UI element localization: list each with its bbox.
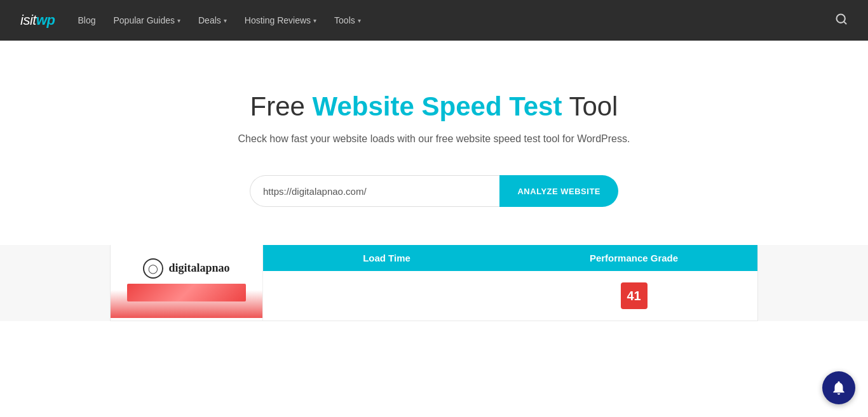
results-section: ◯ digitalapnao Load Time Performance Gra… bbox=[0, 245, 868, 321]
site-logo-circle: ◯ bbox=[143, 258, 163, 279]
nav-popular-guides[interactable]: Popular Guides ▾ bbox=[113, 15, 180, 25]
popular-guides-chevron-icon: ▾ bbox=[177, 17, 180, 24]
navbar-right bbox=[835, 13, 848, 29]
site-logo-text: digitalapnao bbox=[168, 261, 229, 275]
tools-chevron-icon: ▾ bbox=[358, 17, 361, 24]
nav-hosting-reviews[interactable]: Hosting Reviews ▾ bbox=[245, 15, 316, 25]
grade-badge: 41 bbox=[621, 282, 648, 309]
grade-value-area: 41 bbox=[621, 271, 648, 321]
url-input[interactable] bbox=[250, 175, 499, 207]
screenshot-bar bbox=[127, 284, 245, 301]
logo[interactable]: isitwp bbox=[20, 12, 55, 29]
nav-tools[interactable]: Tools ▾ bbox=[334, 15, 361, 25]
nav-blog[interactable]: Blog bbox=[78, 15, 95, 25]
hosting-reviews-chevron-icon: ▾ bbox=[313, 17, 316, 24]
hero-title: Free Website Speed Test Tool bbox=[250, 91, 618, 122]
navbar: isitwp Blog Popular Guides ▾ Deals ▾ Hos… bbox=[0, 0, 868, 41]
analyze-button[interactable]: ANALYZE WEBSITE bbox=[499, 175, 618, 207]
load-time-metric: Load Time bbox=[263, 245, 510, 321]
search-icon[interactable] bbox=[835, 13, 848, 29]
search-bar: ANALYZE WEBSITE bbox=[250, 175, 618, 207]
load-time-header: Load Time bbox=[263, 245, 510, 271]
hero-section: Free Website Speed Test Tool Check how f… bbox=[0, 41, 868, 245]
deals-chevron-icon: ▾ bbox=[224, 17, 227, 24]
performance-grade-header: Performance Grade bbox=[510, 245, 757, 271]
nav-deals[interactable]: Deals ▾ bbox=[198, 15, 227, 25]
svg-line-1 bbox=[844, 21, 846, 23]
site-screenshot: ◯ digitalapnao bbox=[111, 245, 263, 321]
site-logo-mockup: ◯ digitalapnao bbox=[143, 258, 229, 279]
nav-links: Blog Popular Guides ▾ Deals ▾ Hosting Re… bbox=[78, 15, 360, 25]
hero-subtitle: Check how fast your website loads with o… bbox=[238, 133, 630, 145]
performance-grade-metric: Performance Grade 41 bbox=[510, 245, 757, 321]
results-card: ◯ digitalapnao Load Time Performance Gra… bbox=[110, 245, 758, 321]
navbar-left: isitwp Blog Popular Guides ▾ Deals ▾ Hos… bbox=[20, 12, 361, 29]
screenshot-inner: ◯ digitalapnao bbox=[111, 248, 262, 318]
